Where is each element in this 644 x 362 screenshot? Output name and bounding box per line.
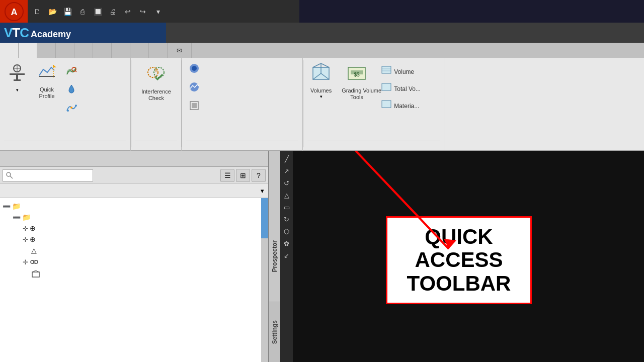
tree-sites[interactable] — [0, 268, 268, 280]
volume-small-button[interactable]: Volume — [379, 64, 423, 79]
tree-area: ➖ 📁 ➖ 📁 ✛ ⊕ ✛ ⊕ △ — [0, 198, 268, 362]
vt-arc-button[interactable]: ↺ — [281, 177, 292, 189]
qa-box-line3: TOOLBAR — [407, 272, 511, 295]
svg-point-39 — [31, 260, 34, 263]
sites-icon — [31, 269, 40, 279]
total-volume-button[interactable]: Total Vo... — [379, 81, 423, 97]
menu-surfaces[interactable] — [222, 23, 236, 43]
tab-insert[interactable] — [37, 43, 56, 58]
drawing1-folder-icon: 📁 — [22, 213, 31, 221]
toolspace-search[interactable] — [3, 169, 93, 182]
volumes-label — [307, 140, 440, 151]
design-content — [186, 60, 298, 140]
vt-triangle-button[interactable]: △ — [281, 190, 292, 201]
tree-open-drawings[interactable]: ➖ 📁 — [0, 201, 268, 212]
tree-point-groups[interactable]: ✛ ⊕ — [0, 234, 268, 245]
survey-button[interactable]: ▾ — [4, 61, 30, 95]
menu-lines-curves[interactable] — [236, 23, 251, 43]
point-groups-icon: ⊕ — [30, 235, 36, 243]
toolspace-help-button[interactable]: ? — [252, 169, 266, 182]
qa-box-line1: QUICK — [425, 225, 493, 248]
tree-expand-alignments[interactable]: ✛ — [23, 258, 28, 266]
launch-storm-sewers-button[interactable] — [186, 61, 205, 78]
quick-profile-label: Quick Profile — [39, 86, 54, 100]
svg-text:$$: $$ — [354, 72, 360, 77]
ground-data-label — [4, 140, 126, 151]
settings-tab[interactable]: Settings — [269, 302, 280, 362]
new-file-button[interactable]: 🗋 — [30, 5, 44, 19]
grading-volume-tools-icon: $$ — [347, 63, 367, 86]
tree-alignments[interactable]: ✛ — [0, 256, 268, 268]
volumes-label: Volumes — [310, 87, 332, 94]
ribbon-group-volumes: Volumes ▾ $$ Grading Volume Tools — [303, 58, 444, 151]
quick-access-toolbar: 🗋 📂 💾 ⎙ 🔲 🖨 ↩ ↪ ▾ — [28, 0, 299, 23]
dropdown-button[interactable]: ▾ — [151, 5, 165, 19]
redo-button[interactable]: ↪ — [136, 5, 150, 19]
tree-collapse-open-drawings[interactable]: ➖ — [3, 203, 11, 210]
vt-arrow-button[interactable]: ↗ — [281, 165, 292, 176]
launch-express-button[interactable] — [186, 99, 205, 115]
quick-profile-icon — [37, 63, 56, 85]
volumes-button[interactable]: Volumes ▾ — [307, 61, 335, 101]
menu-parcels[interactable] — [251, 23, 265, 43]
tab-extra[interactable]: ✉ — [168, 43, 192, 58]
open-file-button[interactable]: 📂 — [45, 5, 59, 19]
scroll-thumb[interactable] — [261, 198, 268, 238]
tab-express-tools[interactable] — [149, 43, 168, 58]
tab-analyze[interactable] — [19, 43, 37, 58]
svg-point-19 — [192, 66, 197, 71]
vtc-logo-area: VTC Academy — [0, 23, 166, 43]
water-drop-button[interactable] — [63, 82, 126, 99]
plot-button[interactable]: 🖨 — [106, 5, 120, 19]
svg-rect-32 — [382, 66, 391, 73]
catchment-area-button[interactable] — [63, 100, 126, 117]
tab-view[interactable] — [93, 43, 112, 58]
menu-points[interactable] — [208, 23, 222, 43]
vt-polygon-button[interactable]: ⬡ — [281, 226, 292, 237]
master-view-dropdown[interactable]: ▾ — [261, 187, 264, 195]
tree-expand-points[interactable]: ✛ — [23, 225, 28, 232]
quick-profile-button[interactable]: Quick Profile — [34, 61, 59, 102]
volume-small-label: Volume — [394, 68, 414, 75]
settings-label: Settings — [271, 320, 278, 344]
svg-line-12 — [75, 71, 76, 72]
tab-manage[interactable] — [130, 43, 149, 58]
svg-rect-22 — [192, 103, 197, 108]
menu-insert[interactable] — [166, 23, 180, 43]
tab-home[interactable] — [0, 43, 19, 58]
tree-drawing1[interactable]: ➖ 📁 — [0, 212, 268, 223]
vt-line-button[interactable]: ╱ — [281, 153, 292, 164]
vt-curve-button[interactable]: ↙ — [281, 250, 292, 261]
tree-points[interactable]: ✛ ⊕ — [0, 223, 268, 234]
vt-flower-button[interactable]: ✿ — [281, 238, 292, 249]
tree-collapse-drawing1[interactable]: ➖ — [13, 214, 21, 221]
menu-general[interactable] — [180, 23, 194, 43]
contour-check-button[interactable] — [63, 64, 126, 80]
svg-line-26 — [313, 63, 321, 67]
tree-surfaces[interactable]: △ — [0, 245, 268, 256]
interference-check-button[interactable]: Interference Check — [138, 61, 174, 104]
toolspace-view-button-1[interactable]: ☰ — [220, 169, 234, 182]
launch-hydrographs-button[interactable] — [186, 80, 205, 97]
survey-dropdown: ▾ — [16, 87, 19, 93]
materials-button[interactable]: Materia... — [379, 98, 423, 114]
toolspace-view-button-2[interactable]: ⊞ — [236, 169, 250, 182]
grading-volume-tools-button[interactable]: $$ Grading Volume Tools — [339, 61, 375, 103]
vt-rect-button[interactable]: ▭ — [281, 202, 292, 213]
tree-expand-point-groups[interactable]: ✛ — [23, 236, 28, 243]
tab-modify[interactable] — [74, 43, 93, 58]
volumes-icon — [311, 63, 331, 86]
saveas-button[interactable]: ⎙ — [75, 5, 90, 19]
search-icon — [6, 171, 14, 179]
menu-grading[interactable] — [265, 23, 279, 43]
undo-button[interactable]: ↩ — [121, 5, 135, 19]
tab-output[interactable] — [112, 43, 130, 58]
save-button[interactable]: 💾 — [60, 5, 74, 19]
tab-annotate[interactable] — [56, 43, 74, 58]
svg-rect-7 — [14, 79, 21, 81]
toolspace-scrollbar[interactable] — [261, 198, 268, 362]
svg-rect-43 — [32, 272, 39, 277]
preview-button[interactable]: 🔲 — [91, 5, 105, 19]
vt-rotate-button[interactable]: ↻ — [281, 214, 292, 225]
menu-survey[interactable] — [194, 23, 208, 43]
